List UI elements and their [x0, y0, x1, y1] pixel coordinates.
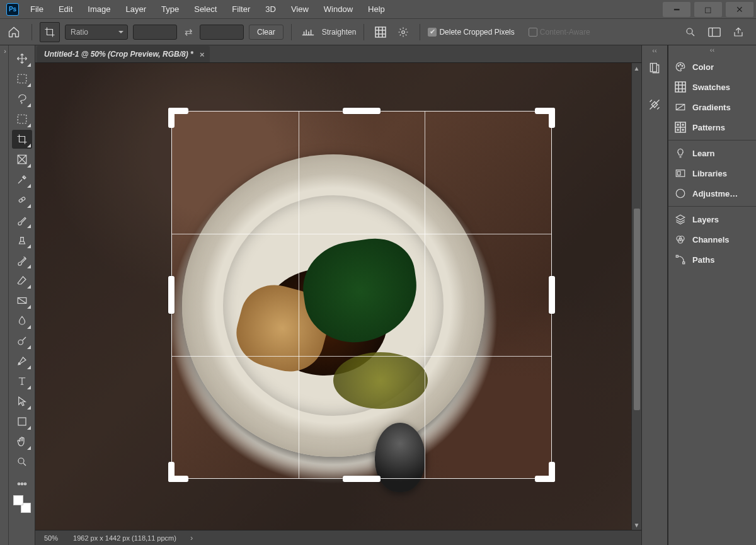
hand-tool[interactable] — [12, 432, 32, 451]
canvas[interactable] — [35, 63, 631, 530]
checkbox-icon — [529, 28, 537, 37]
window-minimize[interactable]: ━ — [663, 2, 690, 17]
svg-rect-25 — [678, 171, 681, 175]
clear-button[interactable]: Clear — [249, 25, 284, 40]
aspect-ratio-dropdown[interactable]: Ratio — [65, 25, 128, 40]
document-dimensions[interactable]: 1962 px x 1442 px (118,11 ppcm) — [69, 534, 180, 542]
panel-patterns[interactable]: Patterns — [668, 117, 756, 137]
gradient-tool[interactable] — [12, 291, 32, 310]
panel-adjustments[interactable]: Adjustme… — [668, 183, 756, 204]
panel-layers[interactable]: Layers — [668, 209, 756, 229]
left-collapse-spine[interactable]: ›› — [0, 45, 9, 545]
collapse-icon[interactable]: ‹‹ — [668, 45, 756, 54]
crop-shield — [35, 111, 171, 479]
menu-3d[interactable]: 3D — [258, 0, 284, 19]
crop-tool[interactable] — [12, 130, 32, 149]
crop-handle-tl[interactable] — [168, 108, 188, 128]
separator — [32, 24, 32, 40]
crop-handle-bottom[interactable] — [343, 476, 381, 482]
path-selection-tool[interactable] — [12, 392, 32, 411]
quick-select-tool[interactable] — [12, 110, 32, 129]
clone-stamp-tool[interactable] — [12, 231, 32, 250]
menu-image[interactable]: Image — [80, 0, 118, 19]
eyedropper-tool[interactable] — [12, 170, 32, 189]
lasso-tool[interactable] — [12, 89, 32, 108]
window-maximize[interactable]: ◻ — [694, 2, 722, 17]
scroll-up-icon[interactable]: ▲ — [632, 63, 641, 73]
tools-panel — [9, 45, 35, 545]
zoom-level[interactable]: 50% — [40, 534, 62, 542]
crop-handle-right[interactable] — [549, 276, 555, 314]
frame-tool[interactable] — [12, 150, 32, 169]
canvas-viewport: ▲ ▼ — [35, 63, 641, 530]
menu-file[interactable]: File — [23, 0, 51, 19]
panel-learn[interactable]: Learn — [668, 143, 756, 163]
menu-type[interactable]: Type — [154, 0, 186, 19]
collapse-icon[interactable]: ‹‹ — [652, 47, 656, 54]
svg-point-0 — [402, 30, 405, 33]
document-tab-strip: Untitled-1 @ 50% (Crop Preview, RGB/8) *… — [35, 45, 641, 63]
window-close[interactable]: ✕ — [726, 2, 753, 17]
type-tool[interactable] — [12, 372, 32, 391]
zoom-tool[interactable] — [12, 452, 32, 471]
foreground-background-color[interactable] — [13, 495, 31, 513]
menu-window[interactable]: Window — [316, 0, 360, 19]
menu-filter[interactable]: Filter — [224, 0, 258, 19]
straighten-icon[interactable] — [299, 23, 317, 41]
crop-handle-br[interactable] — [535, 462, 555, 482]
history-panel-icon[interactable] — [646, 59, 663, 77]
menu-view[interactable]: View — [284, 0, 316, 19]
document-area: Untitled-1 @ 50% (Crop Preview, RGB/8) *… — [35, 45, 641, 545]
dodge-tool[interactable] — [12, 331, 32, 350]
svg-point-12 — [21, 483, 23, 485]
panel-gradients[interactable]: Gradients — [668, 97, 756, 117]
svg-point-16 — [678, 66, 679, 67]
close-tab-icon[interactable]: × — [200, 50, 205, 59]
vertical-scrollbar[interactable]: ▲ ▼ — [631, 63, 641, 530]
move-tool[interactable] — [12, 49, 32, 68]
menu-layer[interactable]: Layer — [118, 0, 154, 19]
svg-point-1 — [687, 28, 692, 34]
menu-edit[interactable]: Edit — [51, 0, 80, 19]
crop-height-input[interactable] — [200, 25, 244, 40]
healing-brush-tool[interactable] — [12, 190, 32, 209]
document-tab[interactable]: Untitled-1 @ 50% (Crop Preview, RGB/8) *… — [37, 46, 210, 62]
view-mode-icon[interactable] — [706, 23, 723, 41]
scroll-down-icon[interactable]: ▼ — [632, 520, 641, 530]
home-button[interactable] — [4, 22, 24, 42]
expand-icon: ›› — [4, 48, 4, 545]
options-right-icons — [682, 23, 752, 41]
history-brush-tool[interactable] — [12, 251, 32, 270]
crop-box[interactable] — [171, 111, 552, 479]
panel-libraries[interactable]: Libraries — [668, 163, 756, 183]
overlay-grid-icon[interactable] — [372, 23, 389, 41]
blur-tool[interactable] — [12, 311, 32, 330]
crop-handle-tr[interactable] — [535, 108, 555, 128]
crop-handle-bl[interactable] — [168, 462, 188, 482]
eraser-tool[interactable] — [12, 271, 32, 290]
shape-tool[interactable] — [12, 412, 32, 431]
content-aware-checkbox[interactable]: Content-Aware — [529, 28, 590, 37]
brush-tool[interactable] — [12, 210, 32, 229]
crop-handle-top[interactable] — [343, 108, 381, 114]
share-icon[interactable] — [730, 23, 747, 41]
menu-select[interactable]: Select — [186, 0, 224, 19]
properties-panel-icon[interactable] — [646, 96, 663, 113]
marquee-tool[interactable] — [12, 69, 32, 88]
edit-toolbar-icon[interactable] — [12, 478, 32, 490]
svg-point-23 — [682, 129, 684, 130]
pen-tool[interactable] — [12, 352, 32, 370]
panel-channels[interactable]: Channels — [668, 229, 756, 250]
crop-handle-left[interactable] — [168, 276, 175, 314]
swap-dimensions-icon[interactable]: ⇄ — [182, 26, 195, 38]
panel-swatches[interactable]: Swatches — [668, 77, 756, 97]
crop-options-gear-icon[interactable] — [394, 23, 412, 41]
menu-help[interactable]: Help — [360, 0, 392, 19]
search-icon[interactable] — [682, 23, 699, 41]
delete-cropped-checkbox[interactable]: ✔ Delete Cropped Pixels — [428, 28, 514, 37]
panel-color[interactable]: Color — [668, 57, 756, 77]
tool-preset-icon[interactable] — [40, 22, 60, 42]
panel-paths[interactable]: Paths — [668, 250, 756, 270]
status-more-icon[interactable]: › — [188, 533, 195, 542]
crop-width-input[interactable] — [133, 25, 177, 40]
